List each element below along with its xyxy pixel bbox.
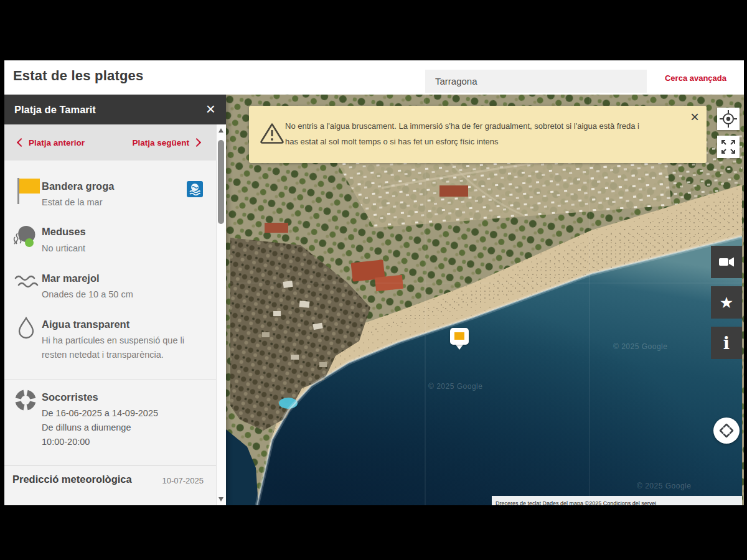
marker-pointer (456, 345, 463, 350)
scroll-up-arrow-icon[interactable] (218, 128, 223, 133)
scrollbar-thumb[interactable] (218, 140, 224, 224)
scroll-down-arrow-icon[interactable] (218, 497, 223, 502)
webcam-button[interactable] (711, 246, 742, 278)
chevron-right-icon (192, 138, 201, 147)
section-divider (4, 465, 216, 466)
water-drop-icon (16, 316, 37, 342)
previous-beach-link[interactable]: Platja anterior (18, 124, 85, 161)
search-input[interactable] (425, 70, 647, 93)
forecast-date: 10-07-2025 (162, 476, 204, 485)
close-icon[interactable]: × (206, 100, 215, 118)
page-title: Estat de les platges (13, 68, 143, 84)
satellite-map[interactable]: © 2025 Google © 2025 Google © 2025 Googl… (226, 95, 744, 505)
blue-flag-award-icon[interactable] (187, 181, 203, 200)
water-warning-banner: No entris a l'aigua bruscament. La immer… (249, 106, 707, 163)
info-button[interactable]: i (711, 327, 742, 359)
fullscreen-button[interactable] (717, 136, 740, 158)
fullscreen-icon (717, 136, 740, 158)
beach-status-app: Estat de les platges Cerca avançada (4, 60, 744, 505)
google-watermark: © 2025 Google (428, 382, 482, 391)
pan-arrows-icon (713, 418, 740, 444)
panel-scrollbar[interactable] (216, 124, 226, 505)
chevron-left-icon (17, 138, 26, 147)
advanced-search-link[interactable]: Cerca avançada (665, 73, 726, 83)
map-attribution[interactable]: Dreceres de teclat Dades del mapa ©2025 … (492, 496, 742, 505)
beach-name: Platja de Tamarit (14, 95, 96, 124)
favorites-button[interactable]: ★ (711, 286, 742, 319)
locate-icon (717, 108, 740, 130)
google-watermark: © 2025 Google (637, 482, 691, 490)
banner-close-icon[interactable]: × (690, 110, 699, 124)
pan-control-button[interactable] (713, 418, 740, 444)
top-bar: Estat de les platges Cerca avançada (4, 60, 744, 95)
warning-message: No entris a l'aigua bruscament. La immer… (285, 118, 688, 149)
panel-header: Platja de Tamarit × (4, 95, 226, 124)
beach-flag-marker[interactable] (450, 328, 469, 350)
forecast-title: Predicció meteorològica (12, 474, 132, 485)
beach-detail-panel: Platja de Tamarit × Platja anterior Plat… (4, 95, 226, 505)
my-location-button[interactable] (717, 108, 740, 130)
info-icon: i (723, 335, 730, 352)
beach-nav-bar: Platja anterior Platja següent (4, 124, 216, 161)
marker-bubble (450, 328, 469, 345)
section-divider (4, 380, 216, 380)
beach-status-list: Bandera groga Estat de la mar (4, 161, 216, 505)
lifebuoy-icon (14, 388, 37, 414)
warning-triangle-icon (260, 122, 284, 147)
waves-icon (14, 273, 40, 292)
google-watermark: © 2025 Google (613, 342, 667, 351)
star-icon: ★ (720, 295, 733, 310)
jellyfish-icon (12, 222, 38, 251)
next-beach-link[interactable]: Platja següent (132, 124, 200, 161)
yellow-flag-icon (454, 332, 464, 340)
video-camera-icon (718, 254, 735, 270)
